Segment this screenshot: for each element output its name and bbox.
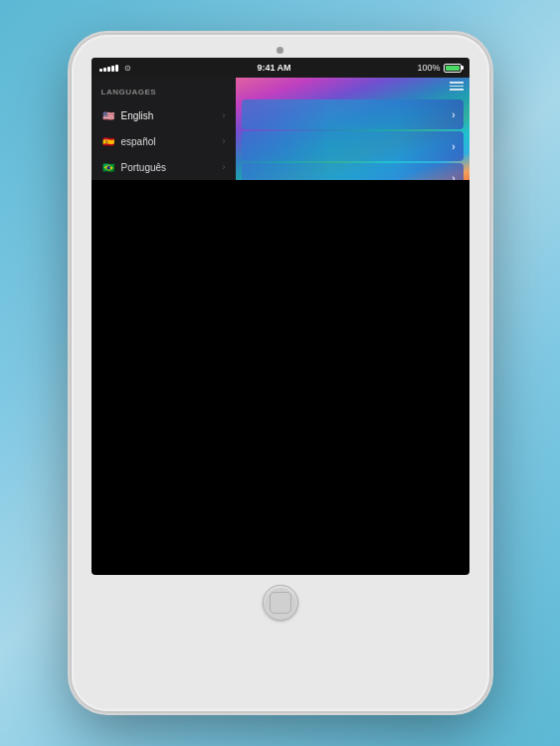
ipad-screen: ⊙ 9:41 AM 100% LANGUAGES 🇺🇸 English › [92, 58, 469, 575]
chevron-portugues: › [223, 162, 226, 172]
wifi-icon: ⊙ [124, 64, 131, 73]
home-button[interactable] [263, 585, 298, 621]
battery-icon [444, 64, 462, 73]
ipad-frame: ⊙ 9:41 AM 100% LANGUAGES 🇺🇸 English › [72, 35, 489, 711]
flag-espanol: 🇪🇸 [101, 134, 115, 148]
signal-icon [99, 65, 118, 72]
status-bar: ⊙ 9:41 AM 100% [92, 58, 469, 78]
list-rows-container: › › › › › › › › › › › › › [236, 78, 469, 180]
hamburger-line-3 [450, 89, 464, 91]
sidebar: LANGUAGES 🇺🇸 English › 🇪🇸 español › 🇧🇷 P… [92, 78, 236, 180]
list-item[interactable]: › [242, 163, 464, 180]
list-item[interactable]: › [242, 99, 464, 129]
hamburger-line-2 [450, 86, 464, 88]
row-chevron: › [452, 173, 455, 181]
row-chevron: › [452, 141, 455, 152]
row-chevron: › [452, 109, 455, 120]
battery-percent-label: 100% [417, 63, 440, 73]
language-name-english: English [121, 110, 223, 121]
flag-english: 🇺🇸 [101, 108, 115, 122]
flag-portugues: 🇧🇷 [101, 160, 115, 174]
status-left: ⊙ [99, 64, 131, 73]
sidebar-section-title: LANGUAGES [92, 88, 236, 102]
hamburger-line-1 [450, 82, 464, 84]
battery-fill [446, 66, 460, 71]
language-name-portugues: Português [121, 162, 223, 173]
list-item[interactable]: › [242, 131, 464, 161]
main-area: › › › › › › › › › › › › › [236, 78, 469, 180]
language-name-espanol: español [121, 136, 223, 147]
chevron-espanol: › [223, 136, 226, 146]
sidebar-item-espanol[interactable]: 🇪🇸 español › [92, 128, 236, 154]
sidebar-item-portugues[interactable]: 🇧🇷 Português › [92, 154, 236, 180]
chevron-english: › [223, 110, 226, 120]
status-right: 100% [417, 63, 461, 73]
sidebar-item-english[interactable]: 🇺🇸 English › [92, 102, 236, 128]
hamburger-menu-button[interactable] [450, 82, 464, 91]
front-camera [277, 47, 283, 54]
status-time: 9:41 AM [257, 63, 290, 73]
home-button-inner [270, 592, 291, 614]
screen-content: LANGUAGES 🇺🇸 English › 🇪🇸 español › 🇧🇷 P… [92, 78, 469, 180]
